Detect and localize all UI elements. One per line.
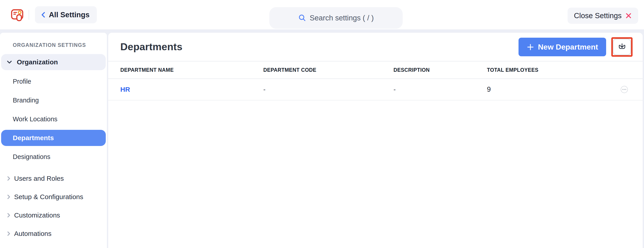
column-header-description: DESCRIPTION [394,67,487,73]
description-cell: - [394,86,487,93]
settings-shell: ORGANIZATION SETTINGS Organization Profi… [0,33,644,248]
sidebar-group-label: Customizations [14,211,60,219]
new-department-button[interactable]: New Department [518,38,606,56]
all-settings-button[interactable]: All Settings [35,6,97,23]
department-name-link[interactable]: HR [120,86,263,93]
chevron-right-icon [6,212,12,218]
sidebar: ORGANIZATION SETTINGS Organization Profi… [0,33,107,248]
sidebar-item-departments[interactable]: Departments [1,130,106,146]
sidebar-item-label: Designations [13,153,50,161]
departments-table: DEPARTMENT NAME DEPARTMENT CODE DESCRIPT… [108,61,643,100]
department-code-cell: - [263,86,394,93]
page-title: Departments [120,41,182,53]
sidebar-item-profile[interactable]: Profile [0,72,107,91]
close-settings-label: Close Settings [574,12,622,20]
sidebar-group-organization[interactable]: Organization [1,54,106,70]
column-header-total-employees: TOTAL EMPLOYEES [487,67,599,73]
sidebar-item-label: Departments [13,134,54,142]
new-department-label: New Department [538,43,598,51]
sidebar-group-customizations[interactable]: Customizations [0,206,107,224]
search-settings-input[interactable]: Search settings ( / ) [269,7,403,29]
topbar-divider [29,10,29,20]
departments-panel: Departments New Department [108,33,643,248]
sidebar-group-label: Users and Roles [14,175,64,182]
chevron-right-icon [6,194,12,200]
all-settings-label: All Settings [49,11,90,19]
topbar: All Settings Search settings ( / ) Close… [0,0,644,29]
sidebar-item-label: Work Locations [13,115,57,123]
sidebar-group-automations[interactable]: Automations [0,224,107,243]
search-icon [298,14,306,22]
sidebar-item-designations[interactable]: Designations [0,147,107,166]
chevron-left-icon [40,11,46,19]
sidebar-item-label: Branding [13,97,39,104]
column-header-department-code: DEPARTMENT CODE [263,67,394,73]
organization-subitems: Profile Branding Work Locations Departme… [0,72,107,166]
sidebar-group-users-and-roles[interactable]: Users and Roles [0,169,107,188]
sidebar-section-title: ORGANIZATION SETTINGS [13,42,107,48]
search-placeholder: Search settings ( / ) [310,14,374,22]
ellipsis-icon [620,86,628,93]
departments-header: Departments New Department [108,33,643,61]
plus-icon [526,43,534,51]
table-row: HR - - 9 [108,79,643,100]
sidebar-item-work-locations[interactable]: Work Locations [0,110,107,128]
column-header-department-name: DEPARTMENT NAME [120,67,263,73]
close-settings-button[interactable]: Close Settings [568,8,638,24]
annotation-highlight [611,37,632,57]
sidebar-group-label: Setup & Configurations [14,193,83,201]
chevron-down-icon [6,59,13,66]
import-icon [617,43,627,52]
import-export-button[interactable] [613,39,631,55]
sidebar-group-label: Organization [17,58,58,66]
close-icon [625,12,632,19]
sidebar-collapsed-groups: Users and Roles Setup & Configurations C… [0,169,107,243]
table-header-row: DEPARTMENT NAME DEPARTMENT CODE DESCRIPT… [108,61,643,79]
chevron-right-icon [6,230,12,237]
sidebar-group-setup-configurations[interactable]: Setup & Configurations [0,188,107,206]
header-actions: New Department [518,37,632,57]
chevron-right-icon [6,175,12,182]
zoho-people-logo-icon[interactable] [11,8,25,21]
sidebar-item-branding[interactable]: Branding [0,91,107,110]
total-employees-cell: 9 [487,85,599,94]
sidebar-item-label: Profile [13,78,31,85]
row-actions-button[interactable] [620,85,628,94]
sidebar-group-label: Automations [14,230,52,237]
